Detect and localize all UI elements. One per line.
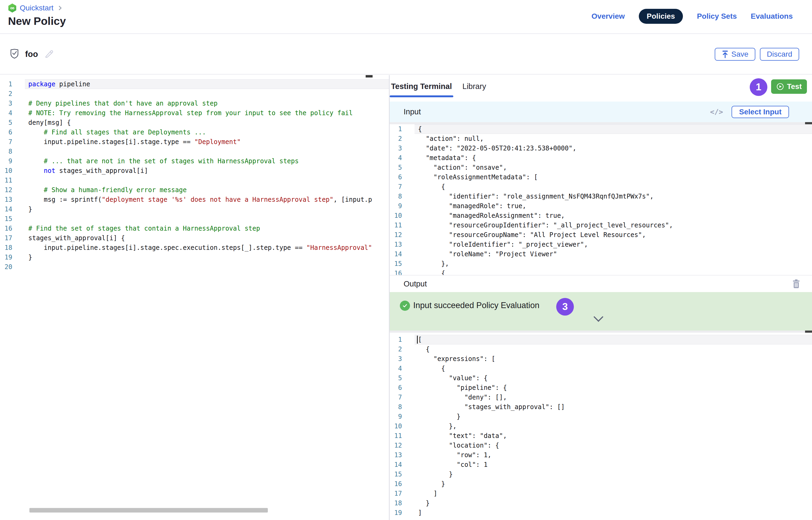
chevron-down-icon[interactable] (593, 312, 604, 322)
editor-scrollbar-thumb[interactable] (366, 75, 373, 77)
code-line: 15 } (390, 469, 812, 479)
policy-editor-lines: 1package pipeline23# Deny pipelines that… (0, 75, 389, 272)
tab-testing-terminal[interactable]: Testing Terminal (391, 82, 452, 91)
code-line: 5 "action": "onsave", (390, 163, 812, 172)
nav-evaluations[interactable]: Evaluations (751, 12, 793, 21)
code-line: 13 "roleIdentifier": "_project_viewer", (390, 240, 812, 249)
nav-policy-sets[interactable]: Policy Sets (697, 12, 737, 21)
breadcrumb-project-link[interactable]: Quickstart (20, 4, 53, 12)
code-line: 14 "col": 1 (390, 460, 812, 469)
code-line: 16# Find the set of stages that contain … (0, 224, 389, 233)
evaluation-success-banner: Input succeeded Policy Evaluation 3 (390, 292, 812, 331)
code-line: 10 "managedRoleAssignment": true, (390, 211, 812, 220)
test-button[interactable]: Test (771, 79, 807, 94)
code-line: 8 (0, 147, 389, 156)
line-number: 2 (390, 134, 409, 144)
save-button[interactable]: Save (715, 48, 755, 61)
code-line: 9 # ... that are not in the set of stage… (0, 156, 389, 166)
code-view-icon[interactable]: </> (710, 108, 723, 116)
save-button-label: Save (731, 50, 748, 58)
line-number: 2 (0, 89, 19, 99)
line-number: 10 (390, 421, 409, 431)
line-number: 7 (0, 137, 19, 147)
upload-arrow-icon (722, 50, 729, 58)
line-number: 2 (390, 344, 409, 354)
line-number: 13 (0, 195, 19, 204)
line-number: 8 (0, 147, 19, 156)
line-number: 17 (390, 489, 409, 498)
code-line: 8 "identifier": "role_assignment_NsFQM43… (390, 191, 812, 201)
success-message: Input succeeded Policy Evaluation (413, 301, 539, 310)
code-line: 12 "location": { (390, 441, 812, 450)
line-number: 14 (390, 249, 409, 259)
line-number: 13 (390, 450, 409, 460)
policy-identity: foo (9, 34, 54, 74)
test-button-label: Test (787, 82, 802, 91)
line-number: 3 (390, 144, 409, 153)
line-number: 1 (390, 335, 409, 344)
line-number: 3 (390, 354, 409, 364)
line-number: 19 (0, 253, 19, 262)
code-line: 18 input.pipeline.stages[i].stage.spec.e… (0, 243, 389, 253)
line-number: 11 (0, 176, 19, 185)
code-line: 11 "text": "data", (390, 431, 812, 441)
code-line: 10 not stages_with_approval[i] (0, 166, 389, 176)
policy-code-editor[interactable]: 1package pipeline23# Deny pipelines that… (0, 75, 389, 520)
line-number: 9 (390, 412, 409, 421)
code-line: 17 ] (390, 489, 812, 498)
line-number: 1 (0, 79, 19, 89)
text-cursor (417, 336, 418, 344)
policy-name: foo (25, 49, 38, 59)
code-line: 12 "resourceGroupName": "All Project Lev… (390, 230, 812, 240)
line-number: 15 (390, 469, 409, 479)
input-json-editor[interactable]: 1{2 "action": null,3 "date": "2022-05-05… (390, 122, 812, 275)
shield-check-icon (9, 49, 19, 60)
line-number: 6 (390, 172, 409, 182)
line-number: 9 (0, 156, 19, 166)
line-number: 11 (390, 220, 409, 230)
code-line: 17stages_with_approval[i] { (0, 233, 389, 243)
top-nav: Overview Policies Policy Sets Evaluation… (591, 9, 793, 24)
line-number: 19 (390, 508, 409, 518)
code-line: 1{ (390, 124, 812, 134)
code-line: 7 "deny": [], (390, 393, 812, 402)
code-line: 9 "managedRole": true, (390, 201, 812, 211)
select-input-button[interactable]: Select Input (732, 106, 789, 118)
line-number: 7 (390, 182, 409, 191)
tab-library[interactable]: Library (462, 82, 486, 91)
code-line: 4# NOTE: Try removing the HarnessApprova… (0, 108, 389, 118)
horizontal-scrollbar[interactable] (29, 508, 268, 513)
testing-panel: Testing Terminal Library 2 1 Test Input … (390, 75, 812, 520)
line-number: 18 (390, 498, 409, 508)
code-line: 14} (0, 204, 389, 214)
line-number: 13 (390, 240, 409, 249)
code-line: 11 (0, 176, 389, 185)
line-number: 3 (0, 99, 19, 108)
code-line: 6 "pipeline": { (390, 383, 812, 393)
code-line: 2 { (390, 344, 812, 354)
line-number: 4 (0, 108, 19, 118)
line-number: 15 (390, 259, 409, 268)
trash-icon[interactable] (792, 279, 800, 289)
nav-overview[interactable]: Overview (591, 12, 625, 21)
line-number: 5 (390, 373, 409, 383)
code-line: 1[ (390, 335, 812, 344)
code-line: 15 }, (390, 259, 812, 268)
line-number: 14 (390, 460, 409, 469)
line-number: 7 (390, 393, 409, 402)
line-number: 8 (390, 191, 409, 201)
output-scrollbar-thumb[interactable] (805, 331, 812, 333)
output-json-editor[interactable]: 1[2 {3 "expressions": [4 {5 "value": {6 … (390, 331, 812, 520)
code-line: 4 { (390, 364, 812, 373)
code-line: 14 "roleName": "Project Viewer" (390, 249, 812, 259)
nav-policies-active[interactable]: Policies (639, 9, 683, 24)
terminal-tabs: Testing Terminal Library 2 1 Test (390, 75, 812, 102)
input-scrollbar-thumb[interactable] (805, 122, 812, 124)
code-line: 2 "action": null, (390, 134, 812, 144)
breadcrumb: ∞ Quickstart (8, 3, 61, 12)
main-content: 1package pipeline23# Deny pipelines that… (0, 75, 812, 520)
code-line: 15 (0, 214, 389, 224)
discard-button[interactable]: Discard (760, 48, 799, 61)
edit-pencil-icon[interactable] (44, 48, 54, 60)
code-line: 1package pipeline (0, 79, 389, 89)
